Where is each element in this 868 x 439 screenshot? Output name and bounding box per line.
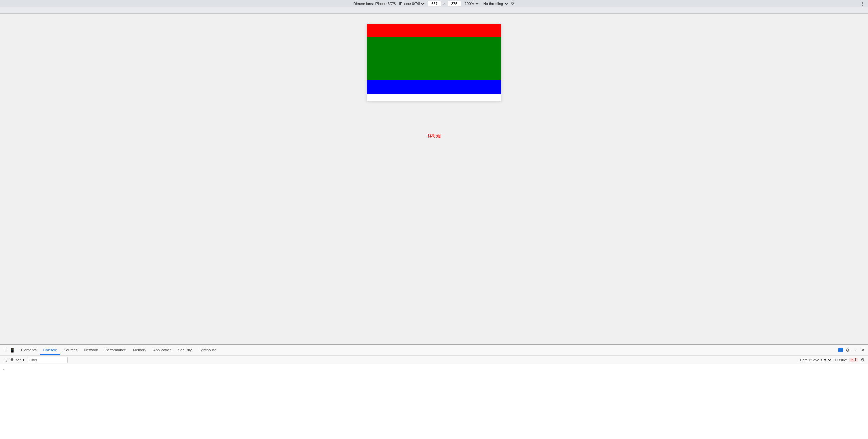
console-prompt-arrow[interactable]: › (0, 366, 868, 372)
devtools-icons-right: 1 ⚙ ⋮ ✕ (838, 347, 865, 353)
tab-ruler (0, 7, 868, 14)
device-frame (367, 24, 501, 101)
devtools-close-icon[interactable]: ✕ (860, 347, 865, 353)
mobile-label: 移动端 (428, 133, 441, 139)
tab-memory[interactable]: Memory (130, 346, 150, 355)
devtools-more-icon[interactable]: ⋮ (852, 347, 858, 353)
console-settings-icon[interactable]: ⚙ (860, 357, 865, 363)
cursor-icon[interactable]: ⬚ (2, 347, 7, 353)
top-chevron-icon: ▼ (22, 358, 25, 362)
issue-badge: ⚠ 1 (849, 358, 858, 362)
tab-performance[interactable]: Performance (101, 346, 130, 355)
notification-badge: 1 (838, 348, 843, 352)
height-input[interactable] (448, 1, 461, 6)
top-label: top (16, 358, 21, 362)
issue-count-label: 1 issue: (834, 358, 847, 362)
dimensions-separator: × (443, 2, 445, 6)
top-selector[interactable]: top ▼ (16, 358, 25, 362)
tab-security[interactable]: Security (175, 346, 195, 355)
browser-toolbar: Dimensions: iPhone 6/7/8 iPhone 6/7/8 × … (0, 0, 868, 7)
mobile-icon[interactable]: 📱 (9, 347, 16, 353)
device-selector[interactable]: iPhone 6/7/8 (398, 1, 426, 6)
green-bar (367, 37, 501, 80)
zoom-selector[interactable]: 100% (463, 1, 480, 6)
tab-elements[interactable]: Elements (18, 346, 40, 355)
console-toolbar-right: Default levels ▼ 1 issue: ⚠ 1 ⚙ (798, 357, 865, 363)
console-body: › (0, 364, 868, 439)
browser-content: 移动端 (0, 14, 868, 344)
toolbar-center: Dimensions: iPhone 6/7/8 iPhone 6/7/8 × … (353, 1, 515, 6)
console-eye-icon[interactable]: 👁 (10, 357, 14, 362)
refresh-icon[interactable]: ⟳ (511, 1, 515, 6)
width-input[interactable] (428, 1, 441, 6)
device-inner (367, 24, 501, 101)
console-cursor-icon[interactable]: ⬚ (3, 357, 8, 363)
devtools-icons-left: ⬚ 📱 (2, 347, 16, 353)
tab-lighthouse[interactable]: Lighthouse (195, 346, 220, 355)
toolbar-more-icon[interactable]: ⋮ (860, 1, 865, 6)
tab-console[interactable]: Console (40, 346, 60, 355)
devtools-panel: ⬚ 📱 Elements Console Sources Network Per… (0, 344, 868, 439)
console-filter-input[interactable] (27, 357, 68, 363)
white-bar (367, 94, 501, 101)
red-bar (367, 24, 501, 37)
tab-application[interactable]: Application (150, 346, 175, 355)
blue-bar (367, 80, 501, 94)
devtools-settings-icon[interactable]: ⚙ (845, 347, 850, 353)
tab-network[interactable]: Network (81, 346, 101, 355)
dimensions-label: Dimensions: iPhone 6/7/8 (353, 2, 396, 6)
devtools-header: ⬚ 📱 Elements Console Sources Network Per… (0, 345, 868, 356)
tab-sources[interactable]: Sources (60, 346, 81, 355)
default-levels-selector[interactable]: Default levels ▼ (798, 358, 832, 362)
throttle-selector[interactable]: No throttling (482, 1, 509, 6)
console-toolbar: ⬚ 👁 top ▼ Default levels ▼ 1 issue: ⚠ 1 … (0, 356, 868, 364)
console-toolbar-left: ⬚ 👁 top ▼ (3, 357, 68, 363)
